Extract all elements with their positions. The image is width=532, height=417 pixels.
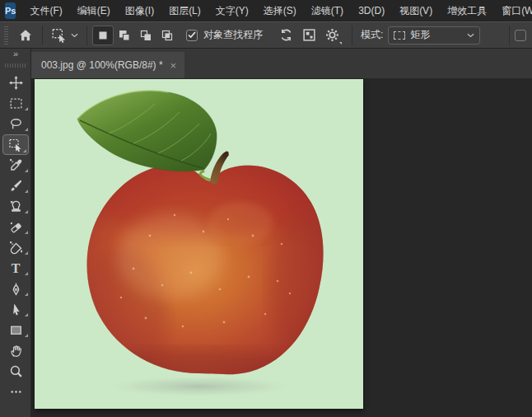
object-selection-icon (8, 138, 23, 152)
paint-bucket-tool[interactable] (0, 237, 31, 258)
eyedropper-tool[interactable] (0, 155, 31, 176)
brush-icon (9, 179, 23, 193)
intersect-selection-icon (161, 29, 174, 42)
show-all-objects-button[interactable] (297, 25, 320, 46)
eyedropper-icon (9, 158, 23, 172)
gear-caret-icon (339, 42, 342, 45)
rectangle-mode-icon (394, 31, 405, 40)
check-icon (188, 31, 196, 39)
eraser-tool[interactable] (0, 217, 31, 237)
options-divider (86, 26, 87, 45)
document-canvas[interactable] (35, 79, 363, 409)
hand-icon (9, 344, 23, 358)
options-bar-grip[interactable] (4, 26, 8, 45)
gear-icon (325, 28, 339, 42)
mode-value: 矩形 (410, 28, 462, 42)
type-icon: T (12, 262, 21, 275)
add-selection-icon (118, 29, 131, 42)
new-selection-icon (96, 29, 110, 42)
pen-icon (9, 282, 23, 296)
menu-view[interactable]: 视图(V) (392, 0, 440, 21)
move-tool[interactable] (0, 73, 31, 93)
photoshop-logo: Ps (5, 2, 16, 19)
options-divider (42, 26, 43, 45)
options-divider (352, 26, 352, 45)
menu-plugins[interactable]: 增效工具 (440, 0, 494, 21)
apple-image (35, 79, 363, 409)
object-finder-label: 对象查找程序 (203, 28, 263, 42)
clone-stamp-icon (9, 199, 23, 213)
brush-tool[interactable] (0, 176, 31, 196)
object-selection-icon (51, 27, 68, 44)
hand-tool[interactable] (0, 340, 31, 361)
object-finder-checkbox[interactable] (186, 30, 198, 41)
lasso-tool[interactable] (0, 114, 31, 134)
lasso-icon (9, 117, 23, 131)
document-tab[interactable]: 003.jpg @ 100%(RGB/8#) * × (31, 52, 184, 78)
double-chevron-icon: » (13, 49, 17, 59)
add-selection-button[interactable] (114, 26, 135, 45)
show-all-objects-icon (302, 28, 316, 42)
marquee-icon (9, 96, 23, 110)
menu-filter[interactable]: 滤镜(T) (304, 0, 351, 21)
object-finder-toggle[interactable]: 对象查找程序 (186, 28, 263, 42)
rectangular-marquee-tool[interactable] (0, 93, 31, 114)
home-button[interactable] (14, 25, 37, 46)
refresh-icon (279, 28, 293, 42)
edit-toolbar-button[interactable] (0, 382, 31, 402)
tab-close-icon[interactable]: × (170, 60, 177, 71)
rectangle-tool[interactable] (0, 320, 31, 340)
intersect-selection-button[interactable] (156, 26, 178, 45)
collapse-panel-button[interactable]: » (0, 49, 30, 61)
object-selection-tool[interactable] (2, 134, 29, 155)
ellipsis-icon (9, 385, 23, 399)
menu-3d[interactable]: 3D(D) (351, 0, 392, 21)
photoshop-window: Ps 文件(F) 编辑(E) 图像(I) 图层(L) 文字(Y) 选择(S) 滤… (0, 0, 532, 417)
new-selection-button[interactable] (92, 26, 114, 45)
menu-window[interactable]: 窗口(W) (494, 0, 532, 21)
menu-image[interactable]: 图像(I) (118, 0, 161, 21)
refresh-button[interactable] (274, 25, 297, 46)
menu-file[interactable]: 文件(F) (22, 0, 69, 21)
type-tool[interactable]: T (0, 258, 31, 279)
menu-select[interactable]: 选择(S) (256, 0, 304, 21)
move-icon (9, 76, 23, 90)
zoom-icon (9, 364, 23, 378)
eraser-icon (9, 220, 23, 234)
menu-type[interactable]: 文字(Y) (208, 0, 256, 21)
canvas-area (31, 78, 532, 417)
paint-bucket-icon (9, 241, 23, 255)
tools-panel: » (0, 49, 31, 417)
pen-tool[interactable] (0, 279, 31, 299)
document-tab-bar: 003.jpg @ 100%(RGB/8#) * × (31, 49, 532, 78)
options-bar: 对象查找程序 (0, 21, 532, 49)
path-select-icon (9, 302, 23, 316)
clone-stamp-tool[interactable] (0, 196, 31, 217)
settings-gear-button[interactable] (320, 25, 343, 46)
subtract-selection-icon (139, 29, 152, 42)
menu-bar: Ps 文件(F) 编辑(E) 图像(I) 图层(L) 文字(Y) 选择(S) 滤… (0, 0, 532, 21)
home-icon (18, 28, 33, 43)
subtract-selection-button[interactable] (135, 26, 156, 45)
mode-dropdown[interactable]: 矩形 (388, 26, 480, 45)
toolbar-grip[interactable] (5, 63, 26, 68)
mode-label: 模式: (361, 28, 383, 42)
chevron-down-icon (71, 33, 78, 38)
menu-layer[interactable]: 图层(L) (161, 0, 208, 21)
photoshop-logo-text: Ps (5, 6, 16, 16)
menu-edit[interactable]: 编辑(E) (70, 0, 118, 21)
options-divider (509, 26, 510, 45)
path-selection-tool[interactable] (0, 299, 31, 320)
zoom-tool[interactable] (0, 361, 31, 382)
trailing-checkbox[interactable] (515, 30, 526, 41)
chevron-down-icon (467, 33, 474, 38)
tool-preset-button[interactable] (48, 26, 82, 45)
document-tab-title: 003.jpg @ 100%(RGB/8#) * (41, 59, 163, 71)
rectangle-icon (9, 323, 23, 337)
